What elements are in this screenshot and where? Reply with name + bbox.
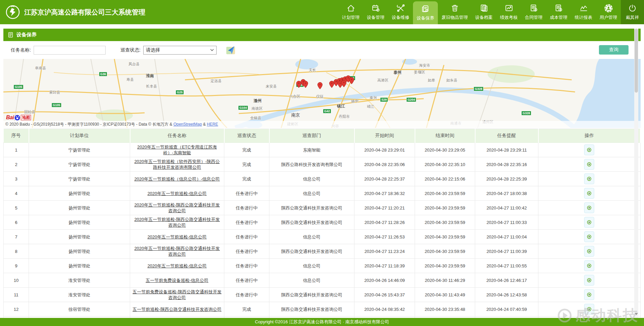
device-archive-icon <box>480 4 489 13</box>
nav-item-report[interactable]: 统计报表 <box>571 0 596 24</box>
nav-item-label: 用户管理 <box>600 14 617 21</box>
inspect-status-select[interactable]: 请选择 <box>143 46 217 55</box>
nav-item-cost[interactable]: ¥成本管理 <box>546 0 571 24</box>
view-button[interactable] <box>584 202 594 213</box>
map-place-label: 长丰县 <box>146 84 157 89</box>
osm-link[interactable]: OpenStreetMap <box>174 122 202 127</box>
task-name-cell: 五一节前免费设备巡检-信息公司 <box>130 273 224 288</box>
nav-item-device-repair[interactable]: 设备维修 <box>388 0 413 24</box>
map-marker-icon[interactable] <box>317 82 323 89</box>
view-button[interactable] <box>584 246 594 257</box>
map-place-label: 南谯区 <box>252 106 263 111</box>
task-name-link[interactable]: 2020年五一节前巡检-信息公司 <box>147 263 206 268</box>
column-header: 巡查状态 <box>224 129 269 143</box>
row-index: 4 <box>4 186 29 201</box>
map-place-label: 仪征 <box>316 94 324 99</box>
contract-icon <box>529 4 538 13</box>
task-name-link[interactable]: 2020年五一节前巡检-陕西公路交通科技开发咨询公司 <box>134 217 220 228</box>
nav-item-device-archive[interactable]: 设备档案 <box>471 0 496 24</box>
end-time: 2020-04-30 23:59:59 <box>415 244 475 259</box>
task-name-cell: 五一节前免费设备巡检-陕西公路交通科技开发咨询公司 <box>130 288 224 302</box>
view-button[interactable] <box>584 159 594 170</box>
baidu-map[interactable]: 阜南县凤台县淮南寿县长丰县霍邱县固始县定远县来安县滁州南谯区全椒县天长六合区仪征… <box>3 59 641 128</box>
search-button[interactable]: 查询 <box>599 45 629 55</box>
task-name-label: 任务名称: <box>11 47 31 53</box>
nav-item-user-manage[interactable]: 用户管理 <box>596 0 621 24</box>
nav-item-device-maintain[interactable]: 设备保养 <box>413 1 438 24</box>
map-place-label: 全椒县 <box>250 116 261 121</box>
plan-unit: 徐宿管理处 <box>29 302 130 317</box>
task-name-link[interactable]: 2020年五一节前巡检-陕西公路交通科技开发咨询公司 <box>134 246 220 257</box>
end-time: 2020-04-30 23:59:59 <box>415 201 475 215</box>
map-attribution: © 2020 Baidu - GS(2019)5218号 - 甲测资字11009… <box>3 121 641 128</box>
nav-item-plan-home[interactable]: 计划管理 <box>338 0 363 24</box>
task-name-link[interactable]: 2020年五一节前巡检（软件西安所）-陕西公路科技开发咨询有限公司 <box>134 159 220 170</box>
eye-icon <box>586 147 592 153</box>
nav-item-waste-manage[interactable]: 废旧物品管理 <box>438 0 471 24</box>
view-button[interactable] <box>584 188 594 199</box>
eye-icon <box>586 278 592 283</box>
plan-unit: 扬州管理处 <box>29 201 130 215</box>
scrollbar-thumb[interactable] <box>635 29 638 93</box>
map-marker-icon[interactable] <box>303 81 308 88</box>
task-name-link[interactable]: 五一节前巡检-陕西公路交通科技开发咨询公司 <box>132 307 221 312</box>
map-marker-icon[interactable] <box>349 77 354 84</box>
map-place-label: 靖江 <box>367 104 374 109</box>
map-place-label: 天长 <box>309 68 316 73</box>
task-name-link[interactable]: 2020年五一节前巡检-信息公司 <box>147 191 206 196</box>
view-button[interactable] <box>584 304 594 315</box>
road-badge: G36 <box>99 72 107 76</box>
map-place-label: 凤台县 <box>128 62 140 67</box>
nav-item-label: 设备保养 <box>417 15 434 21</box>
inspect-status-label: 巡查状态: <box>120 47 141 53</box>
vertical-scrollbar[interactable] <box>634 29 638 318</box>
task-name-link[interactable]: 2020年五一节前巡检（信息公司）-信息公司 <box>134 176 220 182</box>
task-name-link[interactable]: 五一节前免费设备巡检-信息公司 <box>146 278 208 283</box>
map-place-label: 六合区 <box>289 94 300 99</box>
view-button[interactable] <box>584 144 594 155</box>
column-header: 序号 <box>4 129 29 143</box>
map-locate-icon[interactable] <box>225 45 236 55</box>
map-place-label: 滁州 <box>254 98 262 104</box>
nav-item-label: 绩效考核 <box>500 14 518 21</box>
main-nav: 计划管理设备管理设备维修设备保养废旧物品管理设备档案绩效考核合同管理¥成本管理统… <box>338 0 644 24</box>
nav-item-power[interactable]: 戴其祥 <box>621 0 644 24</box>
task-remind-time: 2020-04-26 12:46:17 <box>475 273 538 288</box>
report-icon <box>579 4 588 13</box>
scrollbar-down-arrow[interactable] <box>635 313 638 315</box>
task-name-link[interactable]: 2020年五一节前巡检-陕西公路交通科技开发咨询公司 <box>134 202 220 213</box>
task-name-link[interactable]: 五一节前免费设备巡检-陕西公路交通科技开发咨询公司 <box>132 289 221 300</box>
actions-cell <box>538 244 641 259</box>
here-link[interactable]: HERE <box>207 122 218 127</box>
view-button[interactable] <box>584 275 594 286</box>
page: 江苏京沪高速公路有限公司三大系统管理 计划管理设备管理设备维修设备保养废旧物品管… <box>0 0 644 326</box>
map-marker-icon[interactable] <box>341 80 346 87</box>
power-icon <box>628 4 637 13</box>
inspect-status: 完成 <box>224 302 269 317</box>
task-name-input[interactable] <box>34 46 106 55</box>
map-place-label: 阜南县 <box>35 66 46 71</box>
plan-unit: 淮安管理处 <box>29 273 130 288</box>
end-time: 2020-04-30 22:35:10 <box>415 157 475 172</box>
view-button[interactable] <box>584 217 594 228</box>
inspect-dept: 陕西公路交通科技开发咨询公司 <box>269 302 354 317</box>
view-button[interactable] <box>584 231 594 242</box>
cost-icon: ¥ <box>554 4 563 13</box>
nav-item-contract[interactable]: 合同管理 <box>521 0 546 24</box>
end-time: 2020-04-30 23:35:48 <box>415 302 475 317</box>
view-button[interactable] <box>584 260 594 271</box>
view-button[interactable] <box>584 289 594 300</box>
nav-item-performance[interactable]: 绩效考核 <box>496 0 521 24</box>
inspect-dept: 信息公司 <box>269 259 354 273</box>
road-badge: G105 <box>13 85 24 89</box>
end-time: 2020-04-30 11:43:49 <box>415 288 475 302</box>
actions-cell <box>538 302 641 317</box>
inspect-status: 任务进行中 <box>224 201 269 215</box>
nav-item-device-manage[interactable]: 设备管理 <box>363 0 388 24</box>
view-button[interactable] <box>584 173 594 184</box>
start-time: 2020-04-27 11:23:24 <box>354 244 415 259</box>
task-name-link[interactable]: 2020年五一节前巡查（ETC专用道江苏海岭）-东南智能 <box>137 144 217 155</box>
task-name-link[interactable]: 2020年五一节前巡检-信息公司 <box>147 234 206 239</box>
map-place-label: 如东县 <box>446 78 457 83</box>
device-repair-icon <box>396 4 405 13</box>
